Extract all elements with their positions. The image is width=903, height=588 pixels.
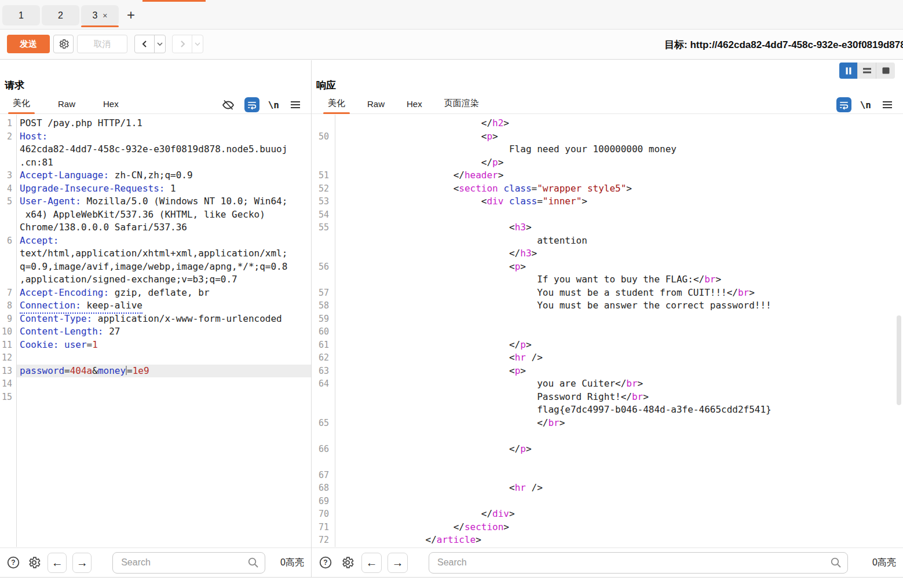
response-tab-beautify[interactable]: 美化 bbox=[323, 98, 350, 113]
code-token bbox=[342, 365, 509, 376]
response-editor[interactable]: </h2>50 <p> Flag need your 100000000 mon… bbox=[312, 115, 903, 547]
split-view-button[interactable] bbox=[858, 63, 876, 79]
code-text: <p> bbox=[335, 260, 903, 274]
code-line: 53 <div class="inner"> bbox=[312, 195, 903, 208]
code-token: /> bbox=[532, 352, 543, 363]
code-text: </p> bbox=[335, 156, 903, 170]
prev-match-button[interactable]: ← bbox=[47, 553, 67, 573]
code-text: Chrome/138.0.0.0 Safari/537.36 bbox=[16, 221, 311, 234]
line-number: 67 bbox=[312, 469, 335, 482]
code-line: 64 you are Cuiter</br> bbox=[312, 377, 903, 391]
tab-2[interactable]: 2 bbox=[42, 5, 79, 25]
code-text bbox=[335, 495, 903, 508]
code-text bbox=[16, 391, 311, 404]
code-token: Cookie: bbox=[20, 339, 59, 350]
history-back-button[interactable] bbox=[135, 35, 154, 53]
code-token: > bbox=[498, 170, 504, 181]
code-token: > bbox=[503, 117, 509, 128]
code-text: Cookie: user=1 bbox=[16, 339, 311, 352]
code-token: > bbox=[526, 222, 532, 233]
code-line: 14 bbox=[0, 377, 311, 391]
code-token: p bbox=[515, 365, 521, 376]
code-token: hr bbox=[515, 482, 526, 493]
code-line: 69 bbox=[312, 495, 903, 508]
scrollbar-thumb[interactable] bbox=[897, 315, 901, 405]
code-text: 462cda82-4dd7-458c-932e-e30f0819d878.nod… bbox=[16, 143, 311, 156]
code-text: User-Agent: Mozilla/5.0 (Windows NT 10.0… bbox=[16, 195, 311, 208]
code-line: 8Connection: keep-alive bbox=[0, 299, 311, 313]
code-token: > bbox=[715, 274, 721, 285]
request-editor[interactable]: 1POST /pay.php HTTP/1.12Host:462cda82-4d… bbox=[0, 115, 311, 547]
code-token: 404a bbox=[70, 365, 93, 376]
history-forward-button[interactable] bbox=[173, 35, 192, 53]
code-token: br bbox=[548, 417, 559, 428]
code-line: 7Accept-Encoding: gzip, deflate, br bbox=[0, 286, 311, 300]
code-token bbox=[342, 261, 509, 272]
code-token: br bbox=[626, 378, 637, 389]
gear-icon[interactable] bbox=[339, 554, 356, 571]
code-token: section bbox=[459, 183, 498, 194]
code-token: class bbox=[509, 196, 537, 207]
gutter-divider bbox=[335, 115, 335, 547]
code-text bbox=[16, 377, 311, 391]
response-tab-raw[interactable]: Raw bbox=[363, 99, 389, 113]
request-tab-hex[interactable]: Hex bbox=[98, 99, 123, 113]
new-tab-button[interactable]: + bbox=[122, 6, 140, 24]
code-token: </ bbox=[454, 521, 465, 532]
help-icon[interactable]: ? bbox=[6, 554, 21, 571]
code-token: money bbox=[98, 365, 126, 376]
response-find-bar: ? ← → 0高亮 bbox=[312, 547, 903, 577]
response-search-input[interactable] bbox=[429, 552, 848, 574]
search-icon bbox=[829, 556, 842, 571]
code-token: > bbox=[503, 521, 509, 532]
code-line: 12 bbox=[0, 351, 311, 365]
prev-match-button[interactable]: ← bbox=[361, 553, 382, 573]
word-wrap-icon[interactable] bbox=[836, 97, 851, 112]
tab-3[interactable]: 3 × bbox=[81, 5, 119, 25]
line-number: 4 bbox=[0, 182, 16, 196]
tab-1[interactable]: 1 bbox=[2, 5, 40, 25]
code-text: Accept-Encoding: gzip, deflate, br bbox=[16, 286, 311, 300]
request-search-input[interactable] bbox=[112, 552, 265, 574]
line-number: 58 bbox=[312, 299, 335, 313]
line-number: 1 bbox=[0, 117, 16, 130]
code-token: = bbox=[537, 196, 543, 207]
newline-toggle[interactable]: \n bbox=[268, 100, 279, 111]
line-number bbox=[312, 273, 335, 286]
line-number bbox=[312, 403, 335, 417]
next-match-button[interactable]: → bbox=[387, 553, 408, 573]
response-highlight-count: 0高亮 bbox=[872, 557, 896, 569]
pause-view-button[interactable] bbox=[839, 63, 858, 79]
next-match-button[interactable]: → bbox=[72, 553, 92, 573]
send-settings-button[interactable] bbox=[53, 35, 74, 53]
response-tab-render[interactable]: 页面渲染 bbox=[440, 98, 484, 113]
eye-off-icon[interactable] bbox=[221, 97, 236, 112]
request-tab-raw[interactable]: Raw bbox=[53, 99, 80, 113]
code-token: > bbox=[476, 534, 481, 545]
code-token: Accept: bbox=[20, 235, 59, 246]
cancel-button[interactable]: 取消 bbox=[77, 35, 127, 53]
line-number: 63 bbox=[312, 365, 335, 378]
close-tab-icon[interactable]: × bbox=[103, 12, 107, 20]
code-text: q=0.9,image/avif,image/webp,image/apng,*… bbox=[16, 260, 311, 274]
response-tab-hex[interactable]: Hex bbox=[402, 99, 427, 113]
request-tab-beautify[interactable]: 美化 bbox=[8, 98, 35, 113]
help-icon[interactable]: ? bbox=[317, 554, 334, 571]
hamburger-menu-icon[interactable] bbox=[288, 97, 303, 112]
hamburger-menu-icon[interactable] bbox=[880, 97, 895, 112]
request-highlight-count: 0高亮 bbox=[280, 557, 304, 569]
code-line: Chrome/138.0.0.0 Safari/537.36 bbox=[0, 221, 311, 234]
word-wrap-icon[interactable] bbox=[244, 97, 259, 112]
full-view-button[interactable] bbox=[876, 63, 895, 79]
gear-icon[interactable] bbox=[27, 554, 42, 571]
svg-text:?: ? bbox=[11, 558, 15, 567]
history-forward-dropdown[interactable] bbox=[192, 35, 203, 53]
code-token bbox=[342, 339, 509, 350]
code-line: 15 bbox=[0, 391, 311, 404]
line-number bbox=[0, 221, 16, 234]
send-button[interactable]: 发送 bbox=[7, 35, 50, 53]
history-back-dropdown[interactable] bbox=[154, 35, 165, 53]
code-text: <div class="inner"> bbox=[335, 195, 903, 208]
newline-toggle[interactable]: \n bbox=[860, 100, 871, 111]
line-number: 13 bbox=[0, 365, 16, 378]
